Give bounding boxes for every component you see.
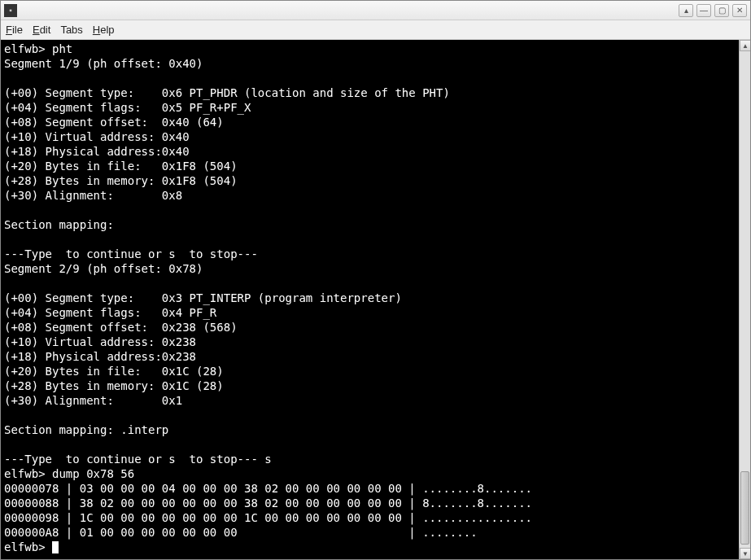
terminal-output[interactable]: elfwb> pht Segment 1/9 (ph offset: 0x40)…	[1, 40, 739, 559]
titlebar-left: ▪	[4, 4, 17, 17]
scroll-thumb[interactable]	[740, 471, 749, 545]
menu-edit[interactable]: Edit	[33, 24, 50, 36]
scroll-up-arrow[interactable]: ▲	[740, 40, 750, 51]
scroll-down-arrow[interactable]: ▼	[740, 548, 750, 559]
menu-edit-label: dit	[40, 24, 51, 36]
terminal-app-icon: ▪	[4, 4, 17, 17]
close-button[interactable]: ✕	[732, 4, 747, 17]
window-controls: ▴ — ▢ ✕	[679, 4, 747, 17]
scrollbar[interactable]: ▲ ▼	[739, 40, 750, 559]
menu-file-label: ile	[12, 24, 23, 36]
terminal-cursor	[52, 541, 59, 553]
terminal-window: ▪ ▴ — ▢ ✕ File Edit Tabs Help elfwb> pht…	[0, 0, 751, 560]
minimize-button[interactable]: —	[696, 4, 711, 17]
menu-tabs-label: Tabs	[60, 24, 82, 36]
menu-help-label: elp	[100, 24, 114, 36]
maximize-button[interactable]: ▢	[714, 4, 729, 17]
rollup-button[interactable]: ▴	[679, 4, 693, 17]
titlebar: ▪ ▴ — ▢ ✕	[1, 1, 750, 20]
menubar: File Edit Tabs Help	[1, 20, 750, 40]
terminal-area: elfwb> pht Segment 1/9 (ph offset: 0x40)…	[1, 40, 750, 559]
menu-file[interactable]: File	[6, 24, 23, 36]
menu-tabs[interactable]: Tabs	[60, 24, 82, 36]
menu-help[interactable]: Help	[93, 24, 115, 36]
